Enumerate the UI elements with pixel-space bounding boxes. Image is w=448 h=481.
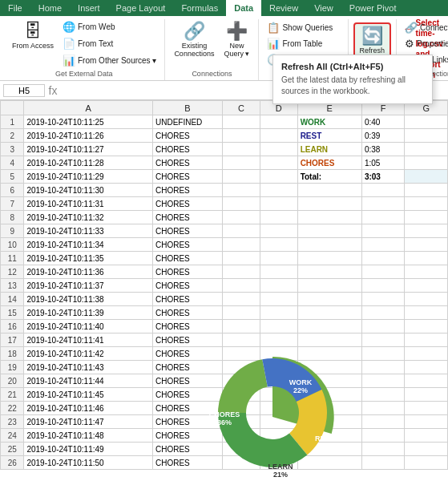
cell-f[interactable] [361, 429, 405, 443]
cell-d[interactable] [260, 197, 297, 211]
tab-power-pivot[interactable]: Power Pivot [341, 0, 405, 16]
cell-e[interactable] [297, 320, 361, 333]
cell-e[interactable]: REST [297, 129, 361, 143]
cell-a[interactable]: 2019-10-24T10:11:29 [24, 170, 153, 184]
cell-b[interactable]: CHORES [153, 156, 223, 170]
cell-d[interactable] [260, 306, 297, 320]
new-query-button[interactable]: ➕ NewQuery ▾ [220, 19, 253, 59]
cell-f[interactable] [361, 374, 405, 388]
cell-g[interactable] [405, 374, 448, 388]
cell-g[interactable] [405, 306, 448, 320]
cell-e[interactable] [297, 265, 361, 279]
cell-a[interactable]: 2019-10-24T10:11:38 [24, 293, 153, 306]
existing-connections-button[interactable]: 🔗 ExistingConnections [170, 19, 218, 59]
cell-g[interactable] [405, 115, 448, 129]
cell-f[interactable] [361, 415, 405, 429]
cell-g[interactable] [405, 333, 448, 347]
cell-e[interactable] [297, 238, 361, 252]
cell-b[interactable]: CHORES [153, 306, 223, 320]
cell-b[interactable]: CHORES [153, 170, 223, 184]
cell-c[interactable] [222, 184, 260, 197]
cell-e[interactable] [297, 293, 361, 306]
cell-e[interactable]: Total: [297, 170, 361, 184]
cell-a[interactable]: 2019-10-24T10:11:26 [24, 129, 153, 143]
cell-g[interactable] [405, 184, 448, 197]
cell-d[interactable] [260, 115, 297, 129]
cell-a[interactable]: 2019-10-24T10:11:48 [24, 429, 153, 443]
from-other-button[interactable]: 📊 From Other Sources ▾ [59, 53, 159, 68]
cell-f[interactable] [361, 443, 405, 456]
cell-b[interactable]: CHORES [153, 320, 223, 333]
cell-b[interactable]: CHORES [153, 238, 223, 252]
cell-e[interactable]: CHORES [297, 156, 361, 170]
tab-review[interactable]: Review [261, 0, 306, 16]
cell-reference[interactable] [3, 84, 45, 97]
cell-d[interactable] [260, 320, 297, 333]
cell-a[interactable]: 2019-10-24T10:11:49 [24, 443, 153, 456]
cell-b[interactable]: CHORES [153, 224, 223, 238]
cell-g[interactable] [405, 320, 448, 333]
col-header-b[interactable]: B [153, 101, 223, 115]
cell-g[interactable] [405, 402, 448, 415]
cell-c[interactable] [222, 170, 260, 184]
cell-g[interactable] [405, 443, 448, 456]
col-header-a[interactable]: A [24, 101, 153, 115]
cell-f[interactable] [361, 347, 405, 361]
cell-g[interactable] [405, 361, 448, 374]
cell-f[interactable] [361, 279, 405, 293]
cell-b[interactable]: CHORES [153, 293, 223, 306]
cell-b[interactable]: CHORES [153, 197, 223, 211]
cell-a[interactable]: 2019-10-24T10:11:42 [24, 347, 153, 361]
cell-f[interactable]: 3:03 [361, 170, 405, 184]
connections-button[interactable]: 🔗 Connections [402, 20, 448, 35]
cell-a[interactable]: 2019-10-24T10:11:43 [24, 361, 153, 374]
cell-b[interactable]: CHORES [153, 265, 223, 279]
cell-a[interactable]: 2019-10-24T10:11:50 [24, 456, 153, 470]
cell-e[interactable] [297, 184, 361, 197]
cell-g[interactable] [405, 211, 448, 224]
cell-a[interactable]: 2019-10-24T10:11:35 [24, 252, 153, 265]
cell-a[interactable]: 2019-10-24T10:11:47 [24, 415, 153, 429]
cell-c[interactable] [222, 115, 260, 129]
cell-b[interactable]: CHORES [153, 211, 223, 224]
cell-f[interactable]: 1:05 [361, 156, 405, 170]
cell-f[interactable] [361, 306, 405, 320]
cell-c[interactable] [222, 320, 260, 333]
properties-button[interactable]: ⚙ Properties [402, 36, 448, 51]
cell-b[interactable]: UNDEFINED [153, 115, 223, 129]
from-text-button[interactable]: 📄 From Text [59, 36, 159, 51]
cell-f[interactable] [361, 211, 405, 224]
cell-g[interactable] [405, 143, 448, 156]
cell-d[interactable] [260, 184, 297, 197]
cell-c[interactable] [222, 129, 260, 143]
tab-insert[interactable]: Insert [70, 0, 108, 16]
cell-a[interactable]: 2019-10-24T10:11:41 [24, 333, 153, 347]
cell-f[interactable]: 0:40 [361, 115, 405, 129]
cell-g[interactable] [405, 265, 448, 279]
cell-f[interactable] [361, 333, 405, 347]
tab-file[interactable]: File [0, 0, 30, 16]
cell-d[interactable] [260, 156, 297, 170]
cell-d[interactable] [260, 224, 297, 238]
cell-g[interactable] [405, 129, 448, 143]
cell-g[interactable] [405, 347, 448, 361]
from-table-button[interactable]: 📊 From Table [264, 36, 342, 51]
cell-c[interactable] [222, 156, 260, 170]
cell-e[interactable] [297, 279, 361, 293]
cell-f[interactable]: 0:39 [361, 129, 405, 143]
cell-c[interactable] [222, 143, 260, 156]
cell-f[interactable] [361, 388, 405, 402]
cell-f[interactable] [361, 252, 405, 265]
cell-a[interactable]: 2019-10-24T10:11:37 [24, 279, 153, 293]
cell-f[interactable] [361, 184, 405, 197]
cell-f[interactable] [361, 265, 405, 279]
cell-c[interactable] [222, 279, 260, 293]
cell-d[interactable] [260, 265, 297, 279]
cell-d[interactable] [260, 238, 297, 252]
cell-c[interactable] [222, 224, 260, 238]
cell-f[interactable] [361, 224, 405, 238]
tab-home[interactable]: Home [30, 0, 70, 16]
cell-a[interactable]: 2019-10-24T10:11:27 [24, 143, 153, 156]
cell-b[interactable]: CHORES [153, 129, 223, 143]
cell-g[interactable] [405, 415, 448, 429]
